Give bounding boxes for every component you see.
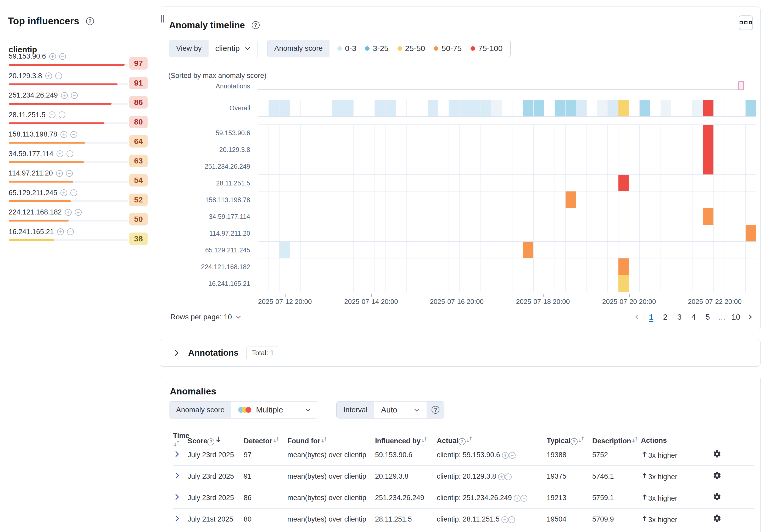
swimlane-cell[interactable]	[544, 141, 555, 158]
swimlane-cell[interactable]	[332, 275, 343, 292]
swimlane-cell[interactable]	[364, 275, 375, 292]
swimlane-cell[interactable]	[534, 100, 544, 116]
swimlane-cell[interactable]	[714, 100, 724, 116]
swimlane-cell[interactable]	[417, 208, 428, 225]
swimlane-cell[interactable]	[618, 208, 629, 225]
swimlane-cell[interactable]	[290, 275, 300, 292]
swimlane-cell[interactable]	[566, 158, 576, 174]
swimlane-cell[interactable]	[491, 208, 502, 225]
swimlane-cell[interactable]	[375, 208, 385, 225]
swimlane-cell[interactable]	[640, 208, 650, 225]
swimlane-cell[interactable]	[682, 141, 693, 158]
swimlane-cell[interactable]	[544, 175, 555, 191]
swimlane-cell[interactable]	[353, 275, 364, 292]
swimlane[interactable]	[258, 225, 756, 242]
swimlane-cell[interactable]	[428, 141, 439, 158]
swimlane-cell[interactable]	[566, 100, 576, 116]
swimlane-cell[interactable]	[301, 225, 311, 241]
swimlane-cell[interactable]	[629, 225, 639, 241]
swimlane-cell[interactable]	[396, 141, 407, 158]
swimlane-cell[interactable]	[428, 125, 439, 141]
swimlane-cell[interactable]	[375, 258, 385, 275]
swimlane-cell[interactable]	[364, 175, 375, 191]
swimlane-cell[interactable]	[513, 100, 523, 116]
swimlane-cell[interactable]	[682, 242, 693, 258]
swimlane-cell[interactable]	[364, 242, 375, 258]
swimlane-cell[interactable]	[343, 158, 353, 174]
swimlane-cell[interactable]	[449, 100, 459, 116]
swimlane-cell[interactable]	[576, 208, 587, 225]
swimlane-cell[interactable]	[375, 125, 385, 141]
swimlane-cell[interactable]	[534, 275, 544, 292]
swimlane-cell[interactable]	[407, 208, 417, 225]
swimlane-cell[interactable]	[343, 141, 353, 158]
swimlane-cell[interactable]	[555, 208, 565, 225]
swimlane-cell[interactable]	[597, 141, 608, 158]
swimlane-cell[interactable]	[693, 208, 703, 225]
column-header-score[interactable]: Score?	[188, 435, 244, 445]
swimlane-cell[interactable]	[661, 125, 671, 141]
swimlane-cell[interactable]	[523, 242, 534, 258]
swimlane-cell[interactable]	[460, 258, 470, 275]
swimlane-cell[interactable]	[661, 100, 671, 116]
column-header-detector[interactable]: Detector	[244, 436, 287, 445]
severity-select[interactable]: Multiple	[231, 401, 318, 418]
swimlane-cell[interactable]	[629, 125, 639, 141]
swimlane-cell[interactable]	[693, 191, 703, 208]
sort-icon[interactable]	[578, 436, 585, 443]
swimlane-cell[interactable]	[481, 141, 491, 158]
swimlane-cell[interactable]	[629, 275, 639, 292]
swimlane-cell[interactable]	[385, 275, 396, 292]
swimlane-cell[interactable]	[364, 208, 375, 225]
annotations-track[interactable]	[258, 82, 744, 90]
swimlane-cell[interactable]	[671, 242, 682, 258]
swimlane-cell[interactable]	[629, 242, 639, 258]
swimlane-cell[interactable]	[555, 275, 565, 292]
filter-in-icon[interactable]: +	[49, 111, 55, 118]
swimlane-cell[interactable]	[449, 258, 459, 275]
swimlane-cell[interactable]	[555, 258, 565, 275]
swimlane-cell[interactable]	[502, 100, 513, 116]
swimlane-cell[interactable]	[353, 191, 364, 208]
swimlane-cell[interactable]	[555, 191, 565, 208]
swimlane-cell[interactable]	[258, 208, 269, 225]
swimlane-cell[interactable]	[301, 242, 311, 258]
swimlane-cell[interactable]	[311, 175, 322, 191]
swimlane-cell[interactable]	[534, 141, 544, 158]
help-icon[interactable]: ?	[459, 438, 466, 445]
swimlane-cell[interactable]	[629, 175, 639, 191]
swimlane-cell[interactable]	[746, 191, 756, 208]
swimlane-cell[interactable]	[301, 258, 311, 275]
swimlane-cell[interactable]	[364, 191, 375, 208]
swimlane-cell[interactable]	[269, 158, 279, 174]
swimlane-cell[interactable]	[396, 125, 407, 141]
swimlane-cell[interactable]	[534, 242, 544, 258]
swimlane-cell[interactable]	[629, 141, 639, 158]
swimlane-cell[interactable]	[724, 100, 735, 116]
column-header-description[interactable]: Description	[592, 436, 641, 445]
swimlane-cell[interactable]	[682, 125, 693, 141]
swimlane-cell[interactable]	[385, 175, 396, 191]
swimlane-cell[interactable]	[491, 225, 502, 241]
swimlane-cell[interactable]	[364, 125, 375, 141]
swimlane-cell[interactable]	[566, 258, 576, 275]
swimlane-cell[interactable]	[534, 225, 544, 241]
swimlane-cell[interactable]	[396, 242, 407, 258]
filter-out-icon[interactable]: −	[70, 131, 77, 138]
swimlane-cell[interactable]	[502, 225, 513, 241]
influencer-ip[interactable]: 59.153.90.6	[9, 52, 46, 60]
swimlane-cell[interactable]	[703, 258, 714, 275]
swimlane-cell[interactable]	[332, 208, 343, 225]
swimlane-cell[interactable]	[258, 225, 269, 241]
swimlane-cell[interactable]	[513, 191, 523, 208]
swimlane-cell[interactable]	[735, 225, 745, 241]
swimlane-cell[interactable]	[693, 275, 703, 292]
filter-in-icon[interactable]: +	[514, 495, 521, 502]
swimlane[interactable]	[258, 158, 756, 175]
swimlane-cell[interactable]	[724, 275, 735, 292]
swimlane-cell[interactable]	[724, 141, 735, 158]
chevron-right-icon[interactable]	[172, 349, 180, 357]
swimlane-cell[interactable]	[290, 158, 300, 174]
swimlane-cell[interactable]	[629, 191, 639, 208]
swimlane-cell[interactable]	[640, 242, 650, 258]
